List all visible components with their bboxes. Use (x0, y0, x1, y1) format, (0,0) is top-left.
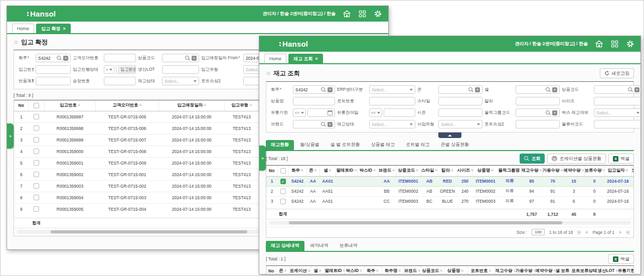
column-header[interactable]: 상품명 ≡ (473, 166, 498, 176)
column-header[interactable]: No (14, 100, 29, 111)
home-icon[interactable] (595, 40, 603, 48)
filter-field-numcmp[interactable]: <= (369, 108, 415, 117)
column-menu-icon[interactable]: ≡ (540, 168, 542, 173)
column-header[interactable]: No (266, 166, 277, 176)
home-icon[interactable] (343, 10, 351, 18)
search-icon[interactable] (546, 87, 551, 92)
column-header[interactable]: 보류수량 ≡ (584, 166, 604, 176)
column-header[interactable]: 입고예정일자 ≡ (159, 100, 225, 111)
text-input[interactable] (516, 97, 560, 105)
row-checkbox[interactable] (34, 149, 39, 154)
column-header[interactable]: 스타일 ≡ (421, 166, 438, 176)
grid-tab[interactable]: 셀 별 로트현황 (326, 140, 365, 150)
column-header[interactable]: 유통기한 ≡ (617, 266, 633, 274)
app-logo[interactable]: Hansol (27, 10, 56, 18)
filter-field-text[interactable] (104, 54, 136, 62)
close-icon[interactable]: × (63, 26, 66, 31)
search-input[interactable]: × (293, 120, 335, 128)
search-input[interactable]: S4242× (293, 85, 335, 94)
column-menu-icon[interactable]: ≡ (250, 103, 252, 107)
filter-field-select[interactable]: Select... (438, 120, 482, 128)
column-menu-icon[interactable]: ≡ (492, 168, 494, 173)
excel-export-button[interactable]: X 엑셀 (608, 254, 634, 264)
column-header[interactable]: 물적그룹명 ≡ (498, 166, 521, 176)
column-header[interactable]: 재고수량 ≡ (521, 166, 542, 176)
filter-field-text[interactable] (36, 77, 71, 85)
filter-field-status[interactable]: <입고완료× (104, 65, 136, 74)
search-input[interactable]: × (516, 108, 560, 117)
select-all-checkbox[interactable] (277, 166, 288, 176)
location-product-report-button[interactable]: 로케이션별 상품현황 (547, 154, 606, 164)
column-header[interactable]: 존 ≡ (276, 266, 289, 274)
row-checkbox[interactable] (34, 160, 39, 166)
text-input[interactable] (594, 97, 640, 105)
column-menu-icon[interactable]: ≡ (139, 103, 142, 107)
column-menu-icon[interactable]: ≡ (393, 168, 395, 173)
tab-inbound-confirm[interactable]: 입고 확정 × (36, 24, 71, 33)
refresh-button[interactable]: 새로고침 (600, 68, 634, 78)
row-checkbox[interactable] (34, 114, 39, 119)
text-input[interactable] (36, 77, 71, 85)
column-menu-icon[interactable]: ≡ (489, 268, 492, 273)
column-menu-icon[interactable]: ≡ (561, 168, 563, 173)
column-menu-icon[interactable]: ≡ (204, 103, 207, 107)
select-input[interactable]: Select... (162, 77, 199, 85)
row-checkbox[interactable] (34, 137, 39, 143)
column-header[interactable]: 재고수량 ≡ (495, 266, 515, 274)
comparator-select[interactable]: < (104, 65, 114, 74)
filter-field-select[interactable]: Select... (594, 108, 640, 117)
filter-field-text[interactable] (516, 97, 560, 105)
column-header[interactable]: 박스ID ≡ (345, 266, 364, 274)
filter-field-search[interactable]: × (516, 108, 560, 117)
filter-field-search[interactable]: × (293, 120, 335, 128)
favorite-star-icon[interactable]: ☆ (266, 70, 271, 77)
column-menu-icon[interactable]: ≡ (399, 268, 401, 273)
text-input[interactable] (516, 120, 560, 128)
search-icon[interactable] (185, 56, 190, 61)
prev-page-button[interactable]: < (585, 230, 588, 235)
filter-field-text[interactable] (516, 120, 560, 128)
column-header[interactable]: 박스ID ≡ (358, 166, 378, 176)
text-input[interactable] (36, 65, 71, 74)
checkbox[interactable] (280, 168, 286, 174)
column-menu-icon[interactable]: ≡ (451, 168, 453, 173)
column-header[interactable]: 생산LOT ≡ (631, 166, 633, 176)
grid-tab[interactable]: 재고 상세내역 (266, 241, 304, 251)
column-menu-icon[interactable]: ≡ (284, 268, 287, 273)
search-icon[interactable] (628, 87, 633, 92)
grid-tab[interactable]: 예약내역 (305, 241, 334, 251)
next-page-button[interactable]: > (619, 230, 621, 235)
row-checkbox[interactable] (34, 195, 39, 200)
favorite-star-icon[interactable]: ☆ (14, 39, 19, 46)
select-input[interactable]: Select... (369, 85, 415, 94)
column-header[interactable]: 셀 보류 ≡ (555, 266, 571, 274)
search-icon[interactable] (57, 56, 62, 61)
close-icon[interactable]: × (315, 56, 318, 61)
column-header[interactable]: 브랜드 ≡ (378, 166, 396, 176)
tab-stock-inquiry[interactable]: 재고 조회 × (288, 54, 323, 63)
table-row[interactable]: 1✓S4242AAAA01AAITEM0001ABRED250ITEM0001의… (266, 176, 633, 186)
column-header[interactable]: No (266, 266, 276, 274)
clear-icon[interactable]: × (328, 87, 333, 92)
filter-field-text[interactable] (104, 77, 136, 85)
text-input[interactable] (162, 65, 199, 74)
horizontal-scrollbar[interactable] (269, 221, 631, 225)
row-checkbox[interactable] (34, 206, 39, 212)
column-menu-icon[interactable]: ≡ (78, 103, 80, 107)
column-menu-icon[interactable]: ≡ (435, 168, 438, 173)
column-menu-icon[interactable]: ≡ (582, 168, 584, 173)
tab-home[interactable]: Home (12, 24, 34, 33)
filter-field-search[interactable]: × (516, 85, 560, 94)
filter-field-search[interactable]: S4242× (293, 85, 335, 94)
filter-field-search[interactable]: × (438, 85, 482, 94)
column-menu-icon[interactable]: ≡ (461, 268, 464, 273)
text-input[interactable] (594, 120, 640, 128)
filter-field-text[interactable] (438, 108, 482, 117)
number-input[interactable] (384, 108, 415, 117)
text-input[interactable] (369, 97, 415, 105)
column-menu-icon[interactable]: ≡ (355, 168, 357, 173)
column-header[interactable]: 화주 ≡ (288, 166, 306, 176)
row-checkbox[interactable] (34, 172, 39, 177)
apps-grid-icon[interactable] (358, 10, 367, 18)
tab-home[interactable]: Home (264, 54, 286, 63)
